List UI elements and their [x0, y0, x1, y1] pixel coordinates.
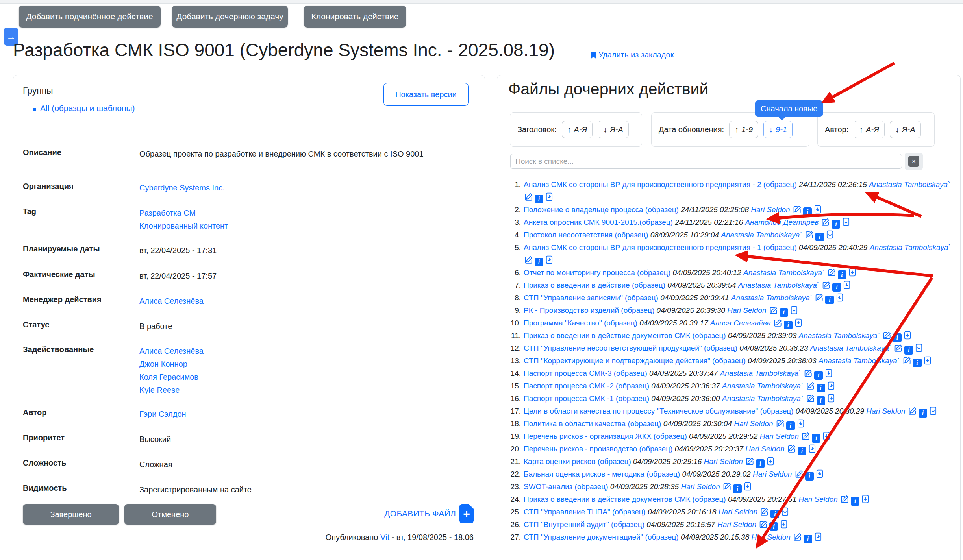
- file-author-link[interactable]: Hari Seldon: [753, 470, 792, 478]
- file-author-link[interactable]: Anastasia Tambolskaya`: [799, 331, 880, 340]
- file-title-link[interactable]: Карта оценки рисков (образец): [524, 457, 631, 466]
- sort-date-asc-button[interactable]: ↑ 1-9: [729, 121, 758, 138]
- info-icon[interactable]: i: [769, 522, 778, 531]
- file-title-link[interactable]: Политика в области качества (образец): [524, 420, 661, 428]
- download-icon[interactable]: [743, 482, 752, 491]
- add-file-link[interactable]: ДОБАВИТЬ ФАЙЛ +: [384, 504, 474, 523]
- download-icon[interactable]: [545, 192, 554, 201]
- file-author-link[interactable]: Anastasia Tambolskaya`: [819, 357, 900, 365]
- file-title-link[interactable]: Отчет по мониторингу процесса (образец): [524, 268, 670, 277]
- info-icon[interactable]: i: [832, 283, 841, 292]
- sort-title-desc-button[interactable]: ↓ Я-А: [598, 121, 629, 138]
- sort-author-desc-button[interactable]: ↓ Я-А: [890, 121, 921, 138]
- file-title-link[interactable]: Паспорт процесса СМК-3 (образец): [524, 369, 647, 377]
- edit-icon[interactable]: [524, 192, 533, 201]
- download-icon[interactable]: [794, 318, 803, 327]
- file-author-link[interactable]: Hari Seldon: [681, 482, 720, 491]
- edit-icon[interactable]: [759, 520, 768, 529]
- file-title-link[interactable]: Анализ СМК со стороны ВР для производств…: [524, 180, 797, 189]
- file-title-link[interactable]: Перечень рисков - производство (образец): [524, 445, 672, 453]
- download-icon[interactable]: [848, 268, 857, 277]
- edit-icon[interactable]: [883, 331, 891, 340]
- file-title-link[interactable]: РК - Производство изделий (образец): [524, 306, 654, 314]
- download-icon[interactable]: [822, 432, 831, 440]
- file-title-link[interactable]: Анализ СМК со стороны ВР для производств…: [524, 243, 797, 251]
- field-value-link[interactable]: Cyberdyne Systems Inc.: [139, 181, 470, 194]
- download-icon[interactable]: [861, 495, 870, 503]
- edit-icon[interactable]: [769, 306, 778, 314]
- field-value-link[interactable]: Разработка СМ: [139, 207, 470, 220]
- edit-icon[interactable]: [723, 482, 732, 491]
- download-icon[interactable]: [545, 255, 554, 264]
- cancelled-button[interactable]: Отменено: [124, 504, 216, 525]
- download-icon[interactable]: [826, 230, 834, 239]
- download-icon[interactable]: [824, 369, 833, 377]
- field-value-link[interactable]: Алиса Селезнёва: [139, 295, 470, 308]
- download-icon[interactable]: [929, 407, 937, 415]
- file-author-link[interactable]: Hari Seldon: [799, 495, 838, 503]
- info-icon[interactable]: i: [804, 535, 812, 543]
- edit-icon[interactable]: [795, 469, 804, 478]
- file-author-link[interactable]: Hari Seldon: [752, 533, 791, 541]
- file-title-link[interactable]: СТП "Управление несоответствующей продук…: [524, 344, 737, 352]
- download-icon[interactable]: [790, 306, 798, 314]
- edit-icon[interactable]: [793, 532, 802, 541]
- edit-icon[interactable]: [804, 369, 813, 377]
- file-title-link[interactable]: Паспорт процесса СМК -1 (образец): [524, 394, 649, 403]
- file-author-link[interactable]: Hari Seldon: [745, 445, 784, 453]
- download-icon[interactable]: [813, 205, 822, 214]
- file-author-link[interactable]: Anastasia Tambolskaya`: [722, 394, 803, 403]
- info-icon[interactable]: i: [805, 472, 814, 481]
- download-icon[interactable]: [835, 293, 844, 302]
- download-icon[interactable]: [827, 394, 835, 403]
- file-title-link[interactable]: Бальная оценка рисков - методика (образе…: [524, 470, 680, 478]
- file-author-link[interactable]: Hari Seldon: [866, 407, 905, 415]
- file-title-link[interactable]: Паспорт процесса СМК -2 (образец): [524, 382, 649, 390]
- info-icon[interactable]: i: [825, 296, 834, 304]
- file-title-link[interactable]: Приказ о введении в действие (образец): [524, 281, 665, 289]
- clone-action-button[interactable]: Клонировать действие: [304, 6, 406, 28]
- file-author-link[interactable]: Hari Seldon: [760, 432, 799, 440]
- download-icon[interactable]: [780, 520, 788, 529]
- edit-icon[interactable]: [806, 381, 815, 390]
- clear-search-button[interactable]: ✕: [908, 156, 919, 167]
- remove-bookmark-link[interactable]: Удалить из закладок: [591, 50, 674, 59]
- edit-icon[interactable]: [760, 507, 769, 516]
- info-icon[interactable]: i: [851, 497, 859, 506]
- group-link[interactable]: All (образцы и шаблоны): [40, 103, 135, 113]
- info-icon[interactable]: i: [798, 447, 806, 455]
- file-title-link[interactable]: СТП "Управление документацией" (образец): [524, 533, 679, 541]
- file-title-link[interactable]: Приказ о введении в действие документов …: [524, 495, 726, 503]
- info-icon[interactable]: i: [904, 346, 913, 355]
- file-author-link[interactable]: Anastasia Tambolskaya`: [721, 231, 802, 239]
- edit-icon[interactable]: [908, 407, 917, 415]
- download-icon[interactable]: [827, 381, 835, 390]
- download-icon[interactable]: [903, 331, 912, 340]
- file-title-link[interactable]: СТП "Управление записями" (образец): [524, 294, 658, 302]
- edit-icon[interactable]: [787, 444, 796, 453]
- file-author-link[interactable]: Anastasia Tambolskaya`: [720, 369, 801, 377]
- completed-button[interactable]: Завершено: [23, 504, 119, 525]
- edit-icon[interactable]: [828, 268, 836, 277]
- info-icon[interactable]: i: [838, 270, 846, 279]
- file-title-link[interactable]: SWOT-анализ (образец): [524, 482, 608, 491]
- info-icon[interactable]: i: [815, 233, 824, 241]
- info-icon[interactable]: i: [817, 384, 825, 392]
- file-author-link[interactable]: Anastasia Tambolskaya`: [869, 180, 950, 189]
- edit-icon[interactable]: [815, 293, 824, 302]
- file-title-link[interactable]: Цели в области качества по процессу "Тех…: [524, 407, 793, 415]
- info-icon[interactable]: i: [535, 258, 543, 266]
- file-author-link[interactable]: Anastasia Tambolskaya`: [810, 344, 891, 352]
- download-icon[interactable]: [781, 507, 789, 516]
- download-icon[interactable]: [915, 344, 923, 352]
- edit-icon[interactable]: [821, 218, 830, 226]
- info-icon[interactable]: i: [893, 333, 902, 342]
- field-value-link[interactable]: Kyle Reese: [139, 384, 470, 397]
- info-icon[interactable]: i: [733, 484, 742, 493]
- info-icon[interactable]: i: [535, 195, 543, 203]
- field-value-link[interactable]: Коля Герасимов: [139, 371, 470, 384]
- download-icon[interactable]: [815, 469, 824, 478]
- file-author-link[interactable]: Anastasia Tambolskaya`: [738, 281, 819, 289]
- info-icon[interactable]: i: [780, 308, 788, 317]
- edit-icon[interactable]: [793, 205, 802, 214]
